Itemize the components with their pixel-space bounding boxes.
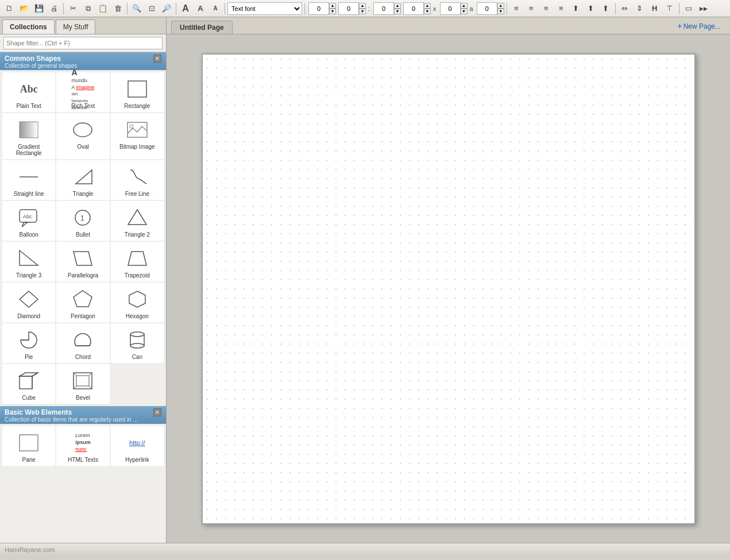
valign-bot-btn[interactable]: ⬆ bbox=[599, 2, 613, 16]
shape-triangle[interactable]: Triangle bbox=[56, 160, 109, 200]
page-tabs: Untitled Page +New Page... bbox=[167, 17, 730, 34]
shape-pie[interactable]: Pie bbox=[2, 323, 55, 363]
font-select[interactable]: Text font bbox=[227, 2, 302, 15]
shape-straight-line[interactable]: Straight line bbox=[2, 160, 55, 200]
shape-rich-text[interactable]: A mundu A imagine dei tamentoabscidít Ri… bbox=[56, 72, 109, 112]
tabs-row: Collections My Stuff bbox=[0, 17, 166, 34]
shape-plain-text[interactable]: Abc Plain Text bbox=[2, 72, 55, 112]
align-justify-btn[interactable]: ≡ bbox=[554, 2, 568, 16]
h-spacing-btn[interactable]: ⇔ bbox=[618, 2, 632, 16]
spin-3: ▲ ▼ bbox=[394, 3, 401, 14]
shape-free-line[interactable]: Free Line bbox=[111, 160, 164, 200]
spin-4-up[interactable]: ▲ bbox=[424, 3, 431, 9]
valign-mid-btn[interactable]: ⬆ bbox=[584, 2, 598, 16]
basic-web-close[interactable]: ✕ bbox=[153, 408, 161, 416]
spin-4-down[interactable]: ▼ bbox=[424, 9, 431, 14]
shape-triangle2[interactable]: Triangle 2 bbox=[111, 201, 164, 241]
canvas[interactable] bbox=[202, 53, 696, 524]
shape-trapezoid[interactable]: Trapezoid bbox=[111, 242, 164, 281]
new-btn[interactable]: 🗋 bbox=[2, 2, 16, 16]
shape-bitmap-image[interactable]: Bitmap Image bbox=[111, 113, 164, 159]
spin-6-down[interactable]: ▼ bbox=[497, 9, 504, 14]
search-input[interactable] bbox=[3, 37, 163, 49]
save-btn[interactable]: 💾 bbox=[32, 2, 46, 16]
shape-diamond[interactable]: Diamond bbox=[2, 283, 55, 322]
shape-bullet[interactable]: 1 Bullet bbox=[56, 201, 109, 241]
zoom-fit-btn[interactable]: ⊡ bbox=[145, 2, 159, 16]
shape-cube[interactable]: Cube bbox=[2, 364, 55, 404]
spin-3-up[interactable]: ▲ bbox=[394, 3, 401, 9]
shape-hyperlink[interactable]: http:// Hyperlink bbox=[111, 426, 164, 466]
more-btn[interactable]: ▶▶ bbox=[697, 2, 710, 16]
shape-balloon[interactable]: Abc Balloon bbox=[2, 201, 55, 241]
search-bar bbox=[0, 34, 166, 52]
spin-3-down[interactable]: ▼ bbox=[394, 9, 401, 14]
shape-bevel[interactable]: Bevel bbox=[56, 364, 109, 404]
page-tab-untitled[interactable]: Untitled Page bbox=[171, 21, 233, 34]
shape-rectangle[interactable]: Rectangle bbox=[111, 72, 164, 112]
font-size-small-btn[interactable]: A bbox=[208, 2, 222, 16]
window-mode-btn[interactable]: ▭ bbox=[682, 2, 696, 16]
shapes-panel: Common Shapes Collection of general shap… bbox=[0, 52, 166, 543]
heading-btn[interactable]: H bbox=[648, 2, 662, 16]
chord-icon bbox=[71, 330, 94, 350]
pie-icon bbox=[17, 330, 40, 350]
new-page-btn[interactable]: +New Page... bbox=[673, 19, 725, 33]
font-size-medium-btn[interactable]: A bbox=[194, 2, 207, 16]
separator4 bbox=[225, 3, 225, 14]
copy-btn[interactable]: ⧉ bbox=[81, 2, 95, 16]
shape-pane[interactable]: Pane bbox=[2, 426, 55, 466]
paste-btn[interactable]: 📋 bbox=[96, 2, 110, 16]
mystuff-tab[interactable]: My Stuff bbox=[56, 20, 96, 34]
shape-can[interactable]: Can bbox=[111, 323, 164, 363]
font-size-large-btn[interactable]: A bbox=[179, 2, 192, 16]
shape-plain-text-preview: Abc bbox=[16, 76, 41, 102]
shape-hexagon[interactable]: Hexagon bbox=[111, 283, 164, 322]
diamond-icon bbox=[17, 289, 40, 310]
shape-chord[interactable]: Chord bbox=[56, 323, 109, 363]
align-left-btn[interactable]: ≡ bbox=[509, 2, 523, 16]
common-shapes-close[interactable]: ✕ bbox=[153, 55, 161, 63]
separator1 bbox=[63, 3, 64, 14]
shape-can-label: Can bbox=[132, 354, 142, 360]
zoom-out-btn[interactable]: 🔎 bbox=[160, 2, 173, 16]
num-input-2[interactable] bbox=[338, 2, 359, 15]
spin-5-up[interactable]: ▲ bbox=[461, 3, 468, 9]
zoom-in-btn[interactable]: 🔍 bbox=[130, 2, 144, 16]
num-input-6[interactable] bbox=[477, 2, 497, 15]
shape-hyperlink-label: Hyperlink bbox=[125, 457, 149, 463]
spin-2-down[interactable]: ▼ bbox=[359, 9, 366, 14]
delete-btn[interactable]: 🗑 bbox=[111, 2, 125, 16]
spin-1-down[interactable]: ▼ bbox=[329, 9, 336, 14]
pentagon-icon bbox=[71, 289, 94, 310]
spin-2-up[interactable]: ▲ bbox=[359, 3, 366, 9]
valign-top-btn[interactable]: ⬆ bbox=[569, 2, 583, 16]
separator5 bbox=[304, 3, 305, 14]
align-right-btn[interactable]: ≡ bbox=[539, 2, 553, 16]
indent-btn[interactable]: ⊤ bbox=[663, 2, 677, 16]
num-input-1[interactable]: 0 bbox=[308, 2, 329, 15]
num-input-5[interactable] bbox=[440, 2, 461, 15]
open-btn[interactable]: 📂 bbox=[17, 2, 31, 16]
shape-oval[interactable]: Oval bbox=[56, 113, 109, 159]
shape-parallelogram-label: Parallelogra bbox=[68, 272, 98, 279]
print-btn[interactable]: 🖨 bbox=[47, 2, 61, 16]
num-input-3[interactable] bbox=[373, 2, 394, 15]
cut-btn[interactable]: ✂ bbox=[66, 2, 80, 16]
collections-tab[interactable]: Collections bbox=[2, 20, 55, 34]
shape-pentagon[interactable]: Pentagon bbox=[56, 283, 109, 322]
spin-5-down[interactable]: ▼ bbox=[461, 9, 468, 14]
shape-parallelogram[interactable]: Parallelogra bbox=[56, 242, 109, 281]
align-center-btn[interactable]: ≡ bbox=[524, 2, 538, 16]
v-spacing-btn[interactable]: ⇕ bbox=[633, 2, 647, 16]
shape-rich-text-label: Rich Text bbox=[71, 103, 95, 109]
num-input-4[interactable] bbox=[403, 2, 424, 15]
gradient-rectangle-icon bbox=[17, 119, 40, 140]
shape-triangle3[interactable]: Triangle 3 bbox=[2, 242, 55, 281]
canvas-area[interactable] bbox=[167, 34, 730, 543]
shape-html-texts[interactable]: Lorem ipsum nunc HTML Texts bbox=[56, 426, 109, 466]
shape-triangle-label: Triangle bbox=[73, 191, 94, 197]
spin-1-up[interactable]: ▲ bbox=[329, 3, 336, 9]
shape-gradient-rectangle[interactable]: Gradient Rectangle bbox=[2, 113, 55, 159]
spin-6-up[interactable]: ▲ bbox=[497, 3, 504, 9]
